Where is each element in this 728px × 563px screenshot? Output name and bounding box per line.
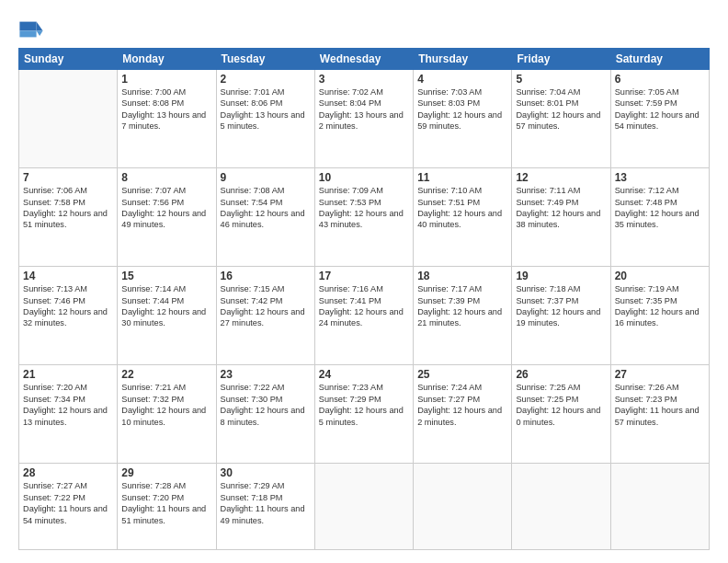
day-info: Sunrise: 7:25 AMSunset: 7:25 PMDaylight:… xyxy=(516,382,606,428)
calendar-cell: 9Sunrise: 7:08 AMSunset: 7:54 PMDaylight… xyxy=(216,168,314,267)
day-number: 30 xyxy=(221,466,311,479)
logo-icon xyxy=(18,17,44,42)
day-number: 19 xyxy=(516,270,606,282)
calendar-cell: 17Sunrise: 7:16 AMSunset: 7:41 PMDayligh… xyxy=(314,267,413,365)
day-info: Sunrise: 7:12 AMSunset: 7:48 PMDaylight:… xyxy=(615,185,705,231)
day-number: 18 xyxy=(417,270,507,282)
calendar-cell: 21Sunrise: 7:20 AMSunset: 7:34 PMDayligh… xyxy=(19,365,118,464)
weekday-header-sunday: Sunday xyxy=(19,49,118,70)
day-number: 28 xyxy=(23,466,113,479)
calendar-cell: 4Sunrise: 7:03 AMSunset: 8:03 PMDaylight… xyxy=(414,70,512,168)
calendar-cell: 2Sunrise: 7:01 AMSunset: 8:06 PMDaylight… xyxy=(216,70,314,168)
calendar-cell: 23Sunrise: 7:22 AMSunset: 7:30 PMDayligh… xyxy=(216,365,314,464)
calendar-cell: 14Sunrise: 7:13 AMSunset: 7:46 PMDayligh… xyxy=(19,267,118,365)
calendar-cell: 27Sunrise: 7:26 AMSunset: 7:23 PMDayligh… xyxy=(610,365,709,464)
day-info: Sunrise: 7:03 AMSunset: 8:03 PMDaylight:… xyxy=(417,86,507,132)
weekday-header-friday: Friday xyxy=(512,49,610,70)
day-info: Sunrise: 7:07 AMSunset: 7:56 PMDaylight:… xyxy=(121,185,211,231)
day-info: Sunrise: 7:24 AMSunset: 7:27 PMDaylight:… xyxy=(417,382,507,428)
calendar-cell xyxy=(414,464,512,550)
calendar-cell: 28Sunrise: 7:27 AMSunset: 7:22 PMDayligh… xyxy=(19,464,118,550)
day-number: 16 xyxy=(221,270,311,282)
week-row-4: 21Sunrise: 7:20 AMSunset: 7:34 PMDayligh… xyxy=(19,365,710,464)
calendar-cell: 6Sunrise: 7:05 AMSunset: 7:59 PMDaylight… xyxy=(610,70,709,168)
weekday-header-tuesday: Tuesday xyxy=(216,49,314,70)
day-number: 7 xyxy=(23,171,113,184)
weekday-header-thursday: Thursday xyxy=(414,49,512,70)
calendar-table: SundayMondayTuesdayWednesdayThursdayFrid… xyxy=(18,48,710,550)
day-info: Sunrise: 7:19 AMSunset: 7:35 PMDaylight:… xyxy=(615,283,705,329)
day-number: 10 xyxy=(319,171,409,184)
calendar-cell: 25Sunrise: 7:24 AMSunset: 7:27 PMDayligh… xyxy=(414,365,512,464)
calendar-cell xyxy=(610,464,709,550)
svg-rect-3 xyxy=(19,30,36,37)
calendar-cell: 5Sunrise: 7:04 AMSunset: 8:01 PMDaylight… xyxy=(512,70,610,168)
calendar-cell: 22Sunrise: 7:21 AMSunset: 7:32 PMDayligh… xyxy=(118,365,216,464)
weekday-header-saturday: Saturday xyxy=(610,49,709,70)
calendar-cell xyxy=(512,464,610,550)
day-number: 27 xyxy=(615,368,705,381)
day-info: Sunrise: 7:09 AMSunset: 7:53 PMDaylight:… xyxy=(319,185,409,231)
calendar-cell: 3Sunrise: 7:02 AMSunset: 8:04 PMDaylight… xyxy=(314,70,413,168)
svg-rect-2 xyxy=(19,22,36,31)
day-info: Sunrise: 7:15 AMSunset: 7:42 PMDaylight:… xyxy=(221,283,311,329)
calendar-cell: 10Sunrise: 7:09 AMSunset: 7:53 PMDayligh… xyxy=(314,168,413,267)
day-info: Sunrise: 7:04 AMSunset: 8:01 PMDaylight:… xyxy=(516,86,606,132)
day-info: Sunrise: 7:02 AMSunset: 8:04 PMDaylight:… xyxy=(319,86,409,132)
day-info: Sunrise: 7:21 AMSunset: 7:32 PMDaylight:… xyxy=(121,382,211,428)
day-number: 1 xyxy=(121,73,211,86)
calendar-page: SundayMondayTuesdayWednesdayThursdayFrid… xyxy=(0,0,728,563)
svg-marker-1 xyxy=(37,30,43,36)
calendar-cell: 8Sunrise: 7:07 AMSunset: 7:56 PMDaylight… xyxy=(118,168,216,267)
day-number: 22 xyxy=(121,368,211,381)
calendar-cell: 24Sunrise: 7:23 AMSunset: 7:29 PMDayligh… xyxy=(314,365,413,464)
calendar-cell xyxy=(19,70,118,168)
day-info: Sunrise: 7:00 AMSunset: 8:08 PMDaylight:… xyxy=(121,86,211,132)
day-info: Sunrise: 7:16 AMSunset: 7:41 PMDaylight:… xyxy=(319,283,409,329)
week-row-2: 7Sunrise: 7:06 AMSunset: 7:58 PMDaylight… xyxy=(19,168,710,267)
day-info: Sunrise: 7:13 AMSunset: 7:46 PMDaylight:… xyxy=(23,283,113,329)
logo xyxy=(18,17,48,42)
svg-marker-0 xyxy=(37,22,43,31)
day-info: Sunrise: 7:05 AMSunset: 7:59 PMDaylight:… xyxy=(615,86,705,132)
calendar-cell xyxy=(314,464,413,550)
day-number: 11 xyxy=(417,171,507,184)
day-number: 3 xyxy=(319,73,409,86)
day-info: Sunrise: 7:28 AMSunset: 7:20 PMDaylight:… xyxy=(121,480,211,526)
day-number: 12 xyxy=(516,171,606,184)
day-number: 21 xyxy=(23,368,113,381)
calendar-cell: 26Sunrise: 7:25 AMSunset: 7:25 PMDayligh… xyxy=(512,365,610,464)
day-number: 8 xyxy=(121,171,211,184)
day-info: Sunrise: 7:14 AMSunset: 7:44 PMDaylight:… xyxy=(121,283,211,329)
day-number: 26 xyxy=(516,368,606,381)
day-info: Sunrise: 7:23 AMSunset: 7:29 PMDaylight:… xyxy=(319,382,409,428)
weekday-header-monday: Monday xyxy=(118,49,216,70)
calendar-cell: 13Sunrise: 7:12 AMSunset: 7:48 PMDayligh… xyxy=(610,168,709,267)
day-info: Sunrise: 7:10 AMSunset: 7:51 PMDaylight:… xyxy=(417,185,507,231)
day-number: 25 xyxy=(417,368,507,381)
calendar-cell: 19Sunrise: 7:18 AMSunset: 7:37 PMDayligh… xyxy=(512,267,610,365)
day-number: 29 xyxy=(121,466,211,479)
calendar-cell: 20Sunrise: 7:19 AMSunset: 7:35 PMDayligh… xyxy=(610,267,709,365)
calendar-cell: 18Sunrise: 7:17 AMSunset: 7:39 PMDayligh… xyxy=(414,267,512,365)
day-number: 5 xyxy=(516,73,606,86)
day-info: Sunrise: 7:06 AMSunset: 7:58 PMDaylight:… xyxy=(23,185,113,231)
weekday-header-row: SundayMondayTuesdayWednesdayThursdayFrid… xyxy=(19,49,710,70)
day-number: 15 xyxy=(121,270,211,282)
day-number: 4 xyxy=(417,73,507,86)
day-number: 17 xyxy=(319,270,409,282)
calendar-cell: 30Sunrise: 7:29 AMSunset: 7:18 PMDayligh… xyxy=(216,464,314,550)
day-number: 20 xyxy=(615,270,705,282)
day-info: Sunrise: 7:29 AMSunset: 7:18 PMDaylight:… xyxy=(221,480,311,526)
calendar-cell: 12Sunrise: 7:11 AMSunset: 7:49 PMDayligh… xyxy=(512,168,610,267)
day-info: Sunrise: 7:01 AMSunset: 8:06 PMDaylight:… xyxy=(221,86,311,132)
weekday-header-wednesday: Wednesday xyxy=(314,49,413,70)
week-row-5: 28Sunrise: 7:27 AMSunset: 7:22 PMDayligh… xyxy=(19,464,710,550)
day-info: Sunrise: 7:17 AMSunset: 7:39 PMDaylight:… xyxy=(417,283,507,329)
day-number: 9 xyxy=(221,171,311,184)
day-number: 13 xyxy=(615,171,705,184)
day-info: Sunrise: 7:22 AMSunset: 7:30 PMDaylight:… xyxy=(221,382,311,428)
day-info: Sunrise: 7:26 AMSunset: 7:23 PMDaylight:… xyxy=(615,382,705,428)
day-number: 14 xyxy=(23,270,113,282)
day-info: Sunrise: 7:11 AMSunset: 7:49 PMDaylight:… xyxy=(516,185,606,231)
